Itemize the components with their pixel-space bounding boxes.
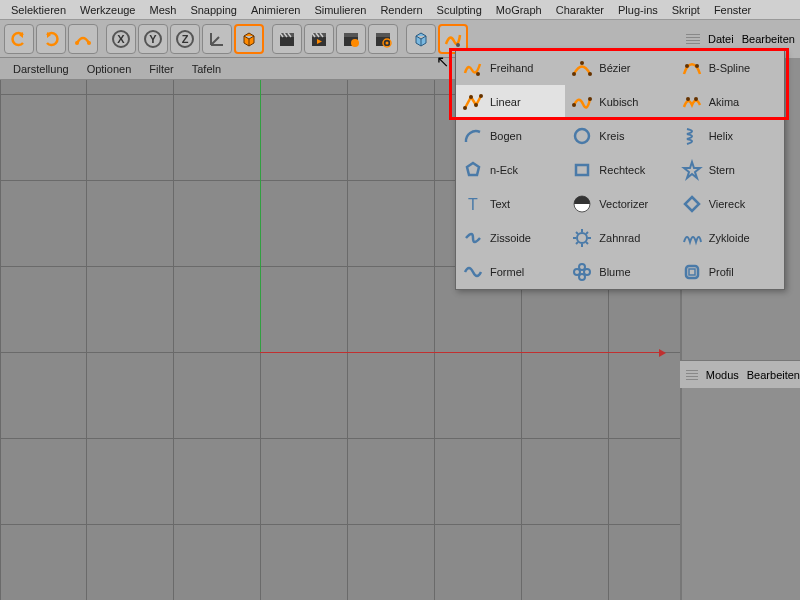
svg-marker-40 — [685, 197, 699, 211]
spline-option-kreis[interactable]: Kreis — [565, 119, 674, 153]
spline-option-label: Text — [490, 198, 510, 210]
spline-popup: FreihandBézierB-SplineLinearKubischAkima… — [455, 50, 785, 290]
akima-icon — [681, 91, 703, 113]
spline-option-text[interactable]: TText — [456, 187, 565, 221]
spline-option-vectorizer[interactable]: Vectorizer — [565, 187, 674, 221]
svg-point-20 — [476, 72, 480, 76]
spline-option-stern[interactable]: Stern — [675, 153, 784, 187]
main-menubar: Selektieren Werkzeuge Mesh Snapping Anim… — [0, 0, 800, 20]
svg-point-27 — [469, 95, 473, 99]
spline-option-linear[interactable]: Linear — [456, 85, 565, 119]
svg-point-30 — [572, 103, 576, 107]
view-tafeln[interactable]: Tafeln — [183, 63, 230, 75]
gear-icon — [571, 227, 593, 249]
menu-sculpting[interactable]: Sculpting — [430, 4, 489, 16]
flower-icon — [571, 261, 593, 283]
spline-option-label: Zykloide — [709, 232, 750, 244]
spline-option-zissoide[interactable]: Zissoide — [456, 221, 565, 255]
view-darstellung[interactable]: Darstellung — [4, 63, 78, 75]
right-menu-datei[interactable]: Datei — [708, 33, 734, 45]
spline-option-rechteck[interactable]: Rechteck — [565, 153, 674, 187]
svg-point-50 — [579, 264, 585, 270]
svg-rect-36 — [576, 165, 588, 175]
menu-simulieren[interactable]: Simulieren — [307, 4, 373, 16]
spline-option-label: Profil — [709, 266, 734, 278]
spline-option-label: Rechteck — [599, 164, 645, 176]
svg-text:T: T — [468, 196, 478, 213]
menu-mesh[interactable]: Mesh — [142, 4, 183, 16]
menu-skript[interactable]: Skript — [665, 4, 707, 16]
spline-option-bogen[interactable]: Bogen — [456, 119, 565, 153]
spline-option-label: Linear — [490, 96, 521, 108]
svg-rect-13 — [344, 33, 358, 37]
spline-option-formel[interactable]: Formel — [456, 255, 565, 289]
menu-animieren[interactable]: Animieren — [244, 4, 308, 16]
menu-selektieren[interactable]: Selektieren — [4, 4, 73, 16]
svg-line-46 — [576, 232, 578, 234]
clapper1-button[interactable] — [272, 24, 302, 54]
svg-text:Z: Z — [182, 33, 189, 45]
spline-option-bzier[interactable]: Bézier — [565, 51, 674, 85]
axis-x-button[interactable]: X — [106, 24, 136, 54]
clapper4-button[interactable] — [368, 24, 398, 54]
cube-button[interactable] — [234, 24, 264, 54]
menu-mograph[interactable]: MoGraph — [489, 4, 549, 16]
menu-plugins[interactable]: Plug-ins — [611, 4, 665, 16]
axis-z-button[interactable]: Z — [170, 24, 200, 54]
view-filter[interactable]: Filter — [140, 63, 182, 75]
menu-werkzeuge[interactable]: Werkzeuge — [73, 4, 142, 16]
axis-y-button[interactable]: Y — [138, 24, 168, 54]
coord-button[interactable] — [202, 24, 232, 54]
spline-option-label: Bogen — [490, 130, 522, 142]
spline-button[interactable] — [438, 24, 468, 54]
spline-option-label: Helix — [709, 130, 733, 142]
spline-option-label: Zahnrad — [599, 232, 640, 244]
menu-rendern[interactable]: Rendern — [373, 4, 429, 16]
svg-line-48 — [586, 232, 588, 234]
undo-button[interactable] — [4, 24, 34, 54]
svg-line-47 — [586, 242, 588, 244]
spline-option-zahnrad[interactable]: Zahnrad — [565, 221, 674, 255]
spline-option-neck[interactable]: n-Eck — [456, 153, 565, 187]
grip-icon — [686, 370, 698, 380]
svg-point-33 — [694, 97, 698, 101]
star-icon — [681, 159, 703, 181]
spline-option-label: Bézier — [599, 62, 630, 74]
spline-option-helix[interactable]: Helix — [675, 119, 784, 153]
clapper2-button[interactable] — [304, 24, 334, 54]
svg-point-21 — [572, 72, 576, 76]
menu-charakter[interactable]: Charakter — [549, 4, 611, 16]
spline-option-label: n-Eck — [490, 164, 518, 176]
text-icon: T — [462, 193, 484, 215]
spline-option-freihand[interactable]: Freihand — [456, 51, 565, 85]
spline-option-akima[interactable]: Akima — [675, 85, 784, 119]
spline-option-zykloide[interactable]: Zykloide — [675, 221, 784, 255]
menu-snapping[interactable]: Snapping — [183, 4, 244, 16]
spline-option-viereck[interactable]: Viereck — [675, 187, 784, 221]
axis-x-icon — [260, 352, 660, 353]
clapper3-button[interactable] — [336, 24, 366, 54]
redo-button[interactable] — [36, 24, 66, 54]
view-optionen[interactable]: Optionen — [78, 63, 141, 75]
svg-line-49 — [576, 242, 578, 244]
profile-icon — [681, 261, 703, 283]
right-menu-bearbeiten2[interactable]: Bearbeiten — [747, 369, 800, 381]
svg-point-23 — [580, 61, 584, 65]
spline-option-profil[interactable]: Profil — [675, 255, 784, 289]
bezier-icon — [571, 57, 593, 79]
right-menu-bearbeiten[interactable]: Bearbeiten — [742, 33, 795, 45]
spline-option-blume[interactable]: Blume — [565, 255, 674, 289]
axis-y-icon — [260, 80, 261, 352]
svg-point-24 — [685, 64, 689, 68]
svg-point-31 — [588, 97, 592, 101]
link-button[interactable] — [68, 24, 98, 54]
primitive-cube-button[interactable] — [406, 24, 436, 54]
right-menu-modus[interactable]: Modus — [706, 369, 739, 381]
svg-point-26 — [463, 106, 467, 110]
right-bottom-bar: Modus Bearbeiten — [680, 360, 800, 388]
svg-point-34 — [575, 129, 589, 143]
svg-point-1 — [87, 41, 91, 45]
spline-option-kubisch[interactable]: Kubisch — [565, 85, 674, 119]
spline-option-bspline[interactable]: B-Spline — [675, 51, 784, 85]
menu-fenster[interactable]: Fenster — [707, 4, 758, 16]
